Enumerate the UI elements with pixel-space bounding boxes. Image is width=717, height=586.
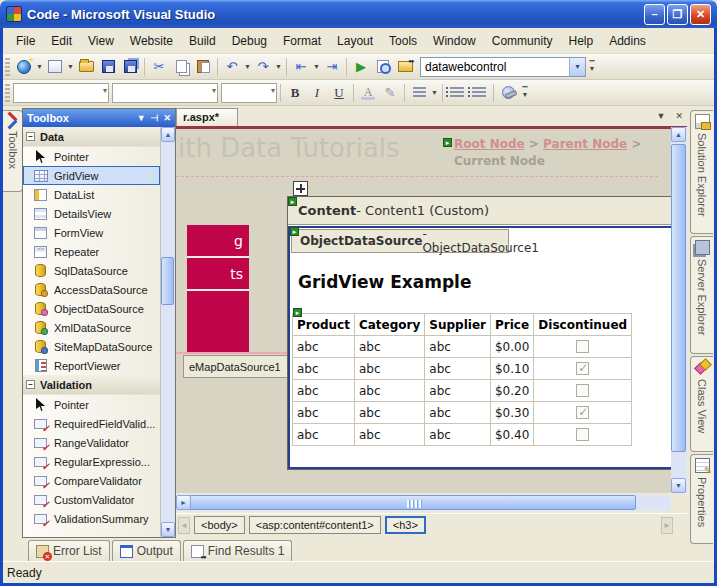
font-color-button[interactable]: A: [357, 82, 379, 104]
new-website-button[interactable]: [13, 56, 35, 78]
toolbox-item-comparevalidator[interactable]: CompareValidator: [23, 471, 160, 490]
scroll-down-button[interactable]: ▼: [161, 522, 175, 537]
content-control-body[interactable]: ObjectDataSource - ObjectDataSource1 ▸ G…: [288, 226, 671, 469]
smart-tag-icon[interactable]: ▸: [290, 227, 299, 236]
toolbox-section-data[interactable]: − Data: [23, 127, 160, 147]
menu-file[interactable]: File: [8, 30, 43, 52]
tag-body[interactable]: <body>: [194, 516, 245, 534]
toolbox-item-pointer[interactable]: Pointer: [23, 147, 160, 166]
toolbar-options-chevron[interactable]: ▔▼: [586, 56, 598, 78]
toolbox-item-xmldatasource[interactable]: XmlDataSource: [23, 318, 160, 337]
minimize-button[interactable]: –: [644, 4, 665, 25]
view-in-browser-button[interactable]: [372, 56, 394, 78]
open-file-button[interactable]: [75, 56, 97, 78]
scroll-up-button[interactable]: ▲: [161, 127, 175, 142]
horizontal-scrollbar-thumb[interactable]: [178, 495, 636, 510]
undo-dropdown[interactable]: ▼: [243, 56, 252, 78]
design-surface[interactable]: ith Data Tutorials ▸ Root Node > Parent …: [176, 129, 671, 493]
close-button[interactable]: ✕: [690, 4, 711, 25]
alignment-button[interactable]: [408, 82, 430, 104]
cut-button[interactable]: ✂: [148, 56, 170, 78]
vertical-scrollbar-thumb[interactable]: [671, 144, 686, 452]
menu-build[interactable]: Build: [181, 30, 224, 52]
breadcrumb-parent-link[interactable]: Parent Node: [543, 137, 627, 151]
nav-menu-item-fragment[interactable]: g: [187, 225, 249, 258]
toolbox-close-icon[interactable]: ✕: [163, 113, 171, 123]
underline-button[interactable]: U: [328, 82, 350, 104]
navigate-backward-button[interactable]: ⇤: [290, 56, 312, 78]
menu-community[interactable]: Community: [484, 30, 561, 52]
tab-output[interactable]: Output: [112, 540, 181, 561]
toolbox-item-detailsview[interactable]: DetailsView: [23, 204, 160, 223]
redo-dropdown[interactable]: ▼: [274, 56, 283, 78]
bullet-list-button[interactable]: [446, 82, 468, 104]
menu-tools[interactable]: Tools: [381, 30, 425, 52]
maximize-button[interactable]: ❐: [667, 4, 688, 25]
paste-button[interactable]: [192, 56, 214, 78]
menu-website[interactable]: Website: [122, 30, 181, 52]
block-format-combobox[interactable]: [13, 83, 109, 103]
toolbar-grip[interactable]: [5, 58, 10, 76]
toolbox-item-rangevalidator[interactable]: RangeValidator: [23, 433, 160, 452]
toolbox-title-bar[interactable]: Toolbox ▼ ⊣ ✕: [23, 109, 175, 127]
navigate-backward-dropdown[interactable]: ▼: [312, 56, 321, 78]
toolbox-scrollbar[interactable]: ▲ ▼: [160, 127, 175, 537]
tab-class-view[interactable]: Class View: [690, 356, 713, 452]
hyperlink-button[interactable]: [497, 82, 519, 104]
bold-button[interactable]: B: [284, 82, 306, 104]
toolbox-item-sqldatasource[interactable]: SqlDataSource: [23, 261, 160, 280]
toolbox-item-regularexpressionvalidator[interactable]: RegularExpressio...: [23, 452, 160, 471]
find-combobox-dropdown[interactable]: ▼: [569, 58, 585, 76]
toolbox-item-gridview[interactable]: GridView: [23, 166, 160, 185]
font-size-combobox[interactable]: [221, 83, 277, 103]
tag-nav-left-arrow[interactable]: ◄: [178, 517, 190, 534]
move-handle-icon[interactable]: [293, 181, 308, 196]
menu-format[interactable]: Format: [275, 30, 329, 52]
toolbox-item-formview[interactable]: FormView: [23, 223, 160, 242]
new-website-dropdown[interactable]: ▼: [35, 56, 44, 78]
toolbox-window-menu-icon[interactable]: ▼: [137, 113, 146, 123]
smart-tag-icon[interactable]: ▸: [288, 197, 297, 206]
scroll-up-button[interactable]: ▲: [671, 127, 686, 142]
toolbox-item-accessdatasource[interactable]: AccessDataSource: [23, 280, 160, 299]
smart-tag-icon[interactable]: ▸: [293, 308, 302, 317]
menu-layout[interactable]: Layout: [329, 30, 381, 52]
breadcrumb-root-link[interactable]: Root Node: [454, 137, 525, 151]
scroll-down-button[interactable]: ▼: [671, 478, 686, 493]
save-all-button[interactable]: [119, 56, 141, 78]
start-debugging-button[interactable]: ▶: [350, 56, 372, 78]
add-item-dropdown[interactable]: ▼: [66, 56, 75, 78]
smart-tag-icon[interactable]: ▸: [443, 138, 452, 147]
scroll-right-button[interactable]: ►: [176, 495, 191, 510]
menu-addins[interactable]: Addins: [601, 30, 654, 52]
tab-error-list[interactable]: Error List: [28, 540, 110, 561]
toolbox-item-sitemapdatasource[interactable]: SiteMapDataSource: [23, 337, 160, 356]
numbered-list-button[interactable]: [468, 82, 490, 104]
nav-menu-item-fragment[interactable]: ts: [187, 258, 249, 291]
toolbox-item-requiredfieldvalidator[interactable]: RequiredFieldValid...: [23, 414, 160, 433]
toolbar-grip[interactable]: [5, 84, 10, 102]
navigate-forward-button[interactable]: ⇥: [321, 56, 343, 78]
menu-help[interactable]: Help: [560, 30, 601, 52]
horizontal-scrollbar[interactable]: ►: [176, 495, 671, 511]
italic-button[interactable]: I: [306, 82, 328, 104]
tab-solution-explorer[interactable]: Solution Explorer: [690, 110, 713, 234]
nav-menu-item-fragment[interactable]: [187, 291, 249, 324]
undo-button[interactable]: ↶: [221, 56, 243, 78]
collapse-icon[interactable]: −: [26, 132, 35, 141]
gridview-table[interactable]: Product Category Supplier Price Disconti…: [292, 313, 632, 446]
tag-h3[interactable]: <h3>: [385, 516, 426, 534]
vertical-scrollbar[interactable]: ▲ ▼: [671, 127, 687, 493]
menu-window[interactable]: Window: [425, 30, 484, 52]
toolbox-scrollbar-thumb[interactable]: [161, 257, 174, 305]
sitemapdatasource-control[interactable]: eMapDataSource1: [183, 355, 301, 378]
toolbox-item-reportviewer[interactable]: ReportViewer: [23, 356, 160, 375]
toolbox-item-validationsummary[interactable]: ValidationSummary: [23, 509, 160, 528]
document-tab[interactable]: r.aspx*: [176, 108, 238, 126]
tag-nav-right-arrow[interactable]: ►: [661, 517, 673, 534]
add-item-button[interactable]: [44, 56, 66, 78]
toolbox-item-customvalidator[interactable]: CustomValidator: [23, 490, 160, 509]
save-button[interactable]: [97, 56, 119, 78]
font-name-combobox[interactable]: [112, 83, 218, 103]
content-control-header[interactable]: Content - Content1 (Custom): [288, 197, 671, 225]
